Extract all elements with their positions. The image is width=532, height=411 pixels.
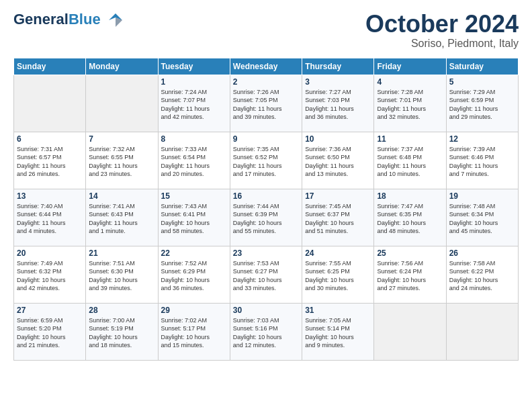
day-content: Sunrise: 7:49 AM Sunset: 6:32 PM Dayligh… — [17, 259, 83, 293]
day-content: Sunrise: 7:56 AM Sunset: 6:24 PM Dayligh… — [377, 259, 443, 293]
calendar-cell: 22Sunrise: 7:52 AM Sunset: 6:29 PM Dayli… — [158, 246, 230, 303]
day-number: 20 — [17, 248, 83, 258]
day-number: 1 — [161, 77, 227, 87]
weekday-header: Thursday — [302, 58, 374, 75]
day-content: Sunrise: 7:35 AM Sunset: 6:52 PM Dayligh… — [233, 145, 299, 179]
day-number: 7 — [89, 134, 154, 144]
day-content: Sunrise: 7:44 AM Sunset: 6:39 PM Dayligh… — [233, 202, 299, 236]
day-number: 25 — [377, 248, 443, 258]
day-content: Sunrise: 7:27 AM Sunset: 7:03 PM Dayligh… — [305, 88, 371, 122]
weekday-header: Monday — [86, 58, 158, 75]
day-content: Sunrise: 7:41 AM Sunset: 6:43 PM Dayligh… — [89, 202, 154, 236]
calendar-cell: 26Sunrise: 7:58 AM Sunset: 6:22 PM Dayli… — [446, 246, 518, 303]
weekday-header: Friday — [374, 58, 446, 75]
day-content: Sunrise: 7:37 AM Sunset: 6:48 PM Dayligh… — [377, 145, 443, 179]
day-content: Sunrise: 7:39 AM Sunset: 6:46 PM Dayligh… — [449, 145, 515, 179]
calendar-week-row: 20Sunrise: 7:49 AM Sunset: 6:32 PM Dayli… — [14, 246, 519, 303]
calendar-header-row: SundayMondayTuesdayWednesdayThursdayFrid… — [14, 58, 519, 75]
calendar-cell: 12Sunrise: 7:39 AM Sunset: 6:46 PM Dayli… — [446, 132, 518, 189]
title-block: October 2024 Soriso, Piedmont, Italy — [365, 11, 519, 50]
day-content: Sunrise: 7:00 AM Sunset: 5:19 PM Dayligh… — [89, 316, 154, 350]
calendar-cell — [374, 303, 446, 360]
day-number: 29 — [161, 306, 227, 315]
calendar-cell: 24Sunrise: 7:55 AM Sunset: 6:25 PM Dayli… — [302, 246, 374, 303]
day-number: 3 — [305, 77, 371, 87]
calendar-cell: 16Sunrise: 7:44 AM Sunset: 6:39 PM Dayli… — [230, 189, 302, 246]
day-number: 19 — [449, 191, 515, 201]
day-number: 31 — [305, 306, 371, 315]
day-content: Sunrise: 7:05 AM Sunset: 5:14 PM Dayligh… — [305, 316, 371, 350]
calendar-week-row: 1Sunrise: 7:24 AM Sunset: 7:07 PM Daylig… — [14, 75, 519, 132]
month-title: October 2024 — [365, 11, 519, 38]
day-content: Sunrise: 7:47 AM Sunset: 6:35 PM Dayligh… — [377, 202, 443, 236]
day-number: 9 — [233, 134, 299, 144]
logo-icon — [106, 11, 125, 30]
day-content: Sunrise: 7:48 AM Sunset: 6:34 PM Dayligh… — [449, 202, 515, 236]
day-number: 30 — [233, 306, 299, 315]
day-number: 23 — [233, 248, 299, 258]
calendar-cell: 18Sunrise: 7:47 AM Sunset: 6:35 PM Dayli… — [374, 189, 446, 246]
day-number: 21 — [89, 248, 154, 258]
day-number: 16 — [233, 191, 299, 201]
calendar-cell: 28Sunrise: 7:00 AM Sunset: 5:19 PM Dayli… — [86, 303, 158, 360]
day-content: Sunrise: 7:51 AM Sunset: 6:30 PM Dayligh… — [89, 259, 154, 293]
day-content: Sunrise: 7:45 AM Sunset: 6:37 PM Dayligh… — [305, 202, 371, 236]
calendar-cell — [446, 303, 518, 360]
calendar-week-row: 6Sunrise: 7:31 AM Sunset: 6:57 PM Daylig… — [14, 132, 519, 189]
day-content: Sunrise: 7:02 AM Sunset: 5:17 PM Dayligh… — [161, 316, 227, 350]
day-content: Sunrise: 7:33 AM Sunset: 6:54 PM Dayligh… — [161, 145, 227, 179]
day-number: 24 — [305, 248, 371, 258]
day-number: 11 — [377, 134, 443, 144]
day-number: 27 — [17, 306, 83, 315]
day-content: Sunrise: 7:28 AM Sunset: 7:01 PM Dayligh… — [377, 88, 443, 122]
calendar-cell: 11Sunrise: 7:37 AM Sunset: 6:48 PM Dayli… — [374, 132, 446, 189]
calendar-cell: 2Sunrise: 7:26 AM Sunset: 7:05 PM Daylig… — [230, 75, 302, 132]
calendar-cell: 13Sunrise: 7:40 AM Sunset: 6:44 PM Dayli… — [14, 189, 86, 246]
day-number: 2 — [233, 77, 299, 87]
calendar-cell: 4Sunrise: 7:28 AM Sunset: 7:01 PM Daylig… — [374, 75, 446, 132]
calendar-cell — [14, 75, 86, 132]
day-number: 13 — [17, 191, 83, 201]
day-number: 22 — [161, 248, 227, 258]
calendar-cell: 14Sunrise: 7:41 AM Sunset: 6:43 PM Dayli… — [86, 189, 158, 246]
calendar-cell — [86, 75, 158, 132]
calendar-cell: 29Sunrise: 7:02 AM Sunset: 5:17 PM Dayli… — [158, 303, 230, 360]
day-content: Sunrise: 7:36 AM Sunset: 6:50 PM Dayligh… — [305, 145, 371, 179]
weekday-header: Wednesday — [230, 58, 302, 75]
calendar-cell: 19Sunrise: 7:48 AM Sunset: 6:34 PM Dayli… — [446, 189, 518, 246]
calendar-cell: 27Sunrise: 6:59 AM Sunset: 5:20 PM Dayli… — [14, 303, 86, 360]
calendar-cell: 23Sunrise: 7:53 AM Sunset: 6:27 PM Dayli… — [230, 246, 302, 303]
day-number: 28 — [89, 306, 154, 315]
day-number: 8 — [161, 134, 227, 144]
day-content: Sunrise: 7:29 AM Sunset: 6:59 PM Dayligh… — [449, 88, 515, 122]
calendar-cell: 20Sunrise: 7:49 AM Sunset: 6:32 PM Dayli… — [14, 246, 86, 303]
calendar-week-row: 13Sunrise: 7:40 AM Sunset: 6:44 PM Dayli… — [14, 189, 519, 246]
day-content: Sunrise: 7:43 AM Sunset: 6:41 PM Dayligh… — [161, 202, 227, 236]
svg-marker-1 — [116, 17, 122, 27]
day-number: 17 — [305, 191, 371, 201]
day-content: Sunrise: 7:24 AM Sunset: 7:07 PM Dayligh… — [161, 88, 227, 122]
calendar-cell: 5Sunrise: 7:29 AM Sunset: 6:59 PM Daylig… — [446, 75, 518, 132]
calendar-cell: 3Sunrise: 7:27 AM Sunset: 7:03 PM Daylig… — [302, 75, 374, 132]
weekday-header: Saturday — [446, 58, 518, 75]
day-content: Sunrise: 6:59 AM Sunset: 5:20 PM Dayligh… — [17, 316, 83, 350]
weekday-header: Tuesday — [158, 58, 230, 75]
day-number: 5 — [449, 77, 515, 87]
logo-text: GeneralBlue — [13, 11, 125, 30]
calendar-cell: 30Sunrise: 7:03 AM Sunset: 5:16 PM Dayli… — [230, 303, 302, 360]
calendar-cell: 21Sunrise: 7:51 AM Sunset: 6:30 PM Dayli… — [86, 246, 158, 303]
calendar-week-row: 27Sunrise: 6:59 AM Sunset: 5:20 PM Dayli… — [14, 303, 519, 360]
calendar-cell: 15Sunrise: 7:43 AM Sunset: 6:41 PM Dayli… — [158, 189, 230, 246]
day-number: 6 — [17, 134, 83, 144]
day-number: 12 — [449, 134, 515, 144]
day-content: Sunrise: 7:26 AM Sunset: 7:05 PM Dayligh… — [233, 88, 299, 122]
calendar-table: SundayMondayTuesdayWednesdayThursdayFrid… — [13, 58, 519, 361]
day-content: Sunrise: 7:55 AM Sunset: 6:25 PM Dayligh… — [305, 259, 371, 293]
day-content: Sunrise: 7:53 AM Sunset: 6:27 PM Dayligh… — [233, 259, 299, 293]
day-number: 26 — [449, 248, 515, 258]
weekday-header: Sunday — [14, 58, 86, 75]
day-content: Sunrise: 7:03 AM Sunset: 5:16 PM Dayligh… — [233, 316, 299, 350]
calendar-cell: 17Sunrise: 7:45 AM Sunset: 6:37 PM Dayli… — [302, 189, 374, 246]
day-number: 14 — [89, 191, 154, 201]
calendar-cell: 9Sunrise: 7:35 AM Sunset: 6:52 PM Daylig… — [230, 132, 302, 189]
